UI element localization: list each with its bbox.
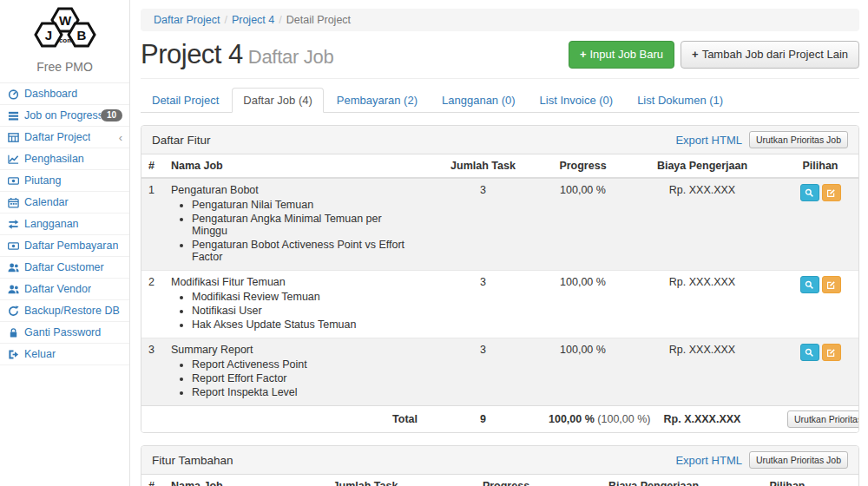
calendar-icon [6,196,20,208]
table-header-row: # Nama Job Jumlah Task Progress Biaya Pe… [141,154,859,178]
svg-text:B: B [76,28,86,43]
total-tasks: 9 [424,406,542,433]
subtask-item: Pengaturan Bobot Activeness Point vs Eff… [192,239,418,263]
tab-list-dokumen[interactable]: List Dokumen (1) [626,88,734,113]
tab-detail-project[interactable]: Detail Project [141,88,230,113]
col-number: # [141,475,164,486]
sidebar-item-dashboard[interactable]: Dashboard [0,83,129,105]
money-icon [6,174,20,187]
jumlah-task-cell: 3 [424,338,542,406]
plus-icon: + [580,48,587,61]
edit-job-button[interactable] [822,184,841,201]
subtask-item: Pengaturan Nilai Temuan [192,199,418,211]
breadcrumb-link-project-4[interactable]: Project 4 [232,14,274,26]
sidebar-item-backup-restore-db[interactable]: Backup/Restore DB [0,300,129,322]
input-job-baru-button[interactable]: +Input Job Baru [569,41,674,69]
table-icon [6,131,20,143]
breadcrumb-link-daftar-project[interactable]: Daftar Project [154,14,220,26]
page-title-block: Project 4Daftar Job [141,39,333,70]
subtask-item: Report Activeness Point [192,358,418,371]
plus-icon: + [692,48,699,61]
total-label: Total [164,406,424,433]
panel-daftar-fitur: Daftar Fitur Export HTML Urutkan Priorit… [141,125,859,433]
refresh-icon [6,305,20,317]
jumlah-task-cell: 3 [424,178,542,271]
table-total-row: Total 9 100,00 % (100,00 %) Rp. X.XXX.XX… [141,406,859,433]
jwb-logo: W J B .com [0,0,129,55]
export-html-link[interactable]: Export HTML [675,134,742,147]
tab-list-invoice[interactable]: List Invoice (0) [529,88,625,113]
page-header: Project 4Daftar Job +Input Job Baru +Tam… [141,39,859,79]
sidebar-item-daftar-pembayaran[interactable]: Daftar Pembayaran [0,235,129,257]
subtask-list: Pengaturan Nilai Temuan Pengaturan Angka… [192,199,418,263]
job-name: Summary Report [171,344,253,356]
biaya-cell: Rp. XXX.XXX [624,338,780,406]
sidebar-item-ganti-password[interactable]: Ganti Password [0,322,129,344]
urutkan-prioritas-job-button[interactable]: Urutkan Prioritas Job [749,451,848,469]
col-jumlah-task: Jumlah Task [424,154,542,178]
col-progress: Progress [542,154,624,178]
view-job-button[interactable] [800,344,819,361]
sidebar-item-daftar-project[interactable]: Daftar Project ‹ [0,127,129,148]
table-row: 3 Summary Report Report Activeness Point… [141,338,859,406]
sidebar-nav: Dashboard Job on Progress 10 Daftar Proj… [0,82,129,365]
edit-job-button[interactable] [822,276,841,293]
view-job-button[interactable] [800,184,819,201]
tab-pembayaran[interactable]: Pembayaran (2) [326,88,429,113]
tab-daftar-job[interactable]: Daftar Job (4) [232,88,323,113]
subtask-list: Modifikasi Review Temuan Notifikasi User… [192,291,418,331]
sign-out-icon [6,348,20,360]
panel-heading: Daftar Fitur Export HTML Urutkan Priorit… [141,126,858,154]
fitur-tambahan-table: # Nama Job Jumlah Task Progress Biaya Pe… [141,475,859,486]
sidebar-item-langganan[interactable]: Langganan [0,213,129,235]
sidebar-item-piutang[interactable]: Piutang [0,170,129,192]
sidebar-item-calendar[interactable]: Calendar [0,192,129,213]
sidebar: W J B .com Free PMO Dashboard Job on Pro… [0,0,130,486]
breadcrumb-current: Detail Project [286,14,351,26]
col-number: # [141,154,164,178]
table-header-row: # Nama Job Jumlah Task Progress Biaya Pe… [141,475,859,486]
empty-cell [141,406,164,433]
edit-icon [826,280,836,290]
sidebar-item-label: Daftar Project [24,131,90,143]
pilihan-cell [780,338,859,406]
pilihan-cell [780,178,859,271]
col-nama-job: Nama Job [164,154,424,178]
urutkan-prioritas-job-button[interactable]: Urutkan Prioritas Job [749,131,848,148]
job-name-cell: Pengaturan Bobot Pengaturan Nilai Temuan… [164,178,424,271]
tab-langganan[interactable]: Langganan (0) [431,88,527,113]
sidebar-item-label: Langganan [24,218,79,230]
subtask-item: Modifikasi Review Temuan [192,291,418,303]
tambah-job-dari-project-lain-button[interactable]: +Tambah Job dari Project Lain [681,41,859,69]
svg-text:J: J [44,28,51,43]
sidebar-item-label: Job on Progress [24,109,101,122]
jwb-logo-image: W J B .com [23,6,107,51]
edit-job-button[interactable] [822,344,841,361]
panel-title: Fitur Tambahan [152,454,233,467]
col-progress: Progress [419,475,593,486]
sidebar-item-job-on-progress[interactable]: Job on Progress 10 [0,105,129,127]
tasks-icon [6,109,20,122]
subtask-item: Notifikasi User [192,305,418,317]
sidebar-item-label: Daftar Vendor [24,283,91,295]
sidebar-item-keluar[interactable]: Keluar [0,344,129,365]
exchange-icon [6,218,20,230]
subtask-list: Report Activeness Point Report Effort Fa… [192,358,418,398]
sidebar-item-label: Calendar [24,196,69,208]
col-nama-job: Nama Job [164,475,312,486]
money-icon [6,240,20,252]
line-chart-icon [6,153,20,165]
sidebar-item-penghasilan[interactable]: Penghasilan [0,148,129,170]
svg-text:.com: .com [56,36,73,44]
users-icon [6,283,20,295]
view-job-button[interactable] [800,276,819,293]
sidebar-item-daftar-customer[interactable]: Daftar Customer [0,257,129,279]
panel-title: Daftar Fitur [152,134,211,147]
urutkan-prioritas-job-button[interactable]: Urutkan Prioritas Job [787,410,859,428]
subtask-item: Hak Akses Update Status Temuan [192,319,418,331]
job-name: Pengaturan Bobot [171,184,259,196]
sidebar-item-daftar-vendor[interactable]: Daftar Vendor [0,279,129,300]
col-pilihan: Pilihan [780,154,859,178]
export-html-link[interactable]: Export HTML [675,454,742,467]
subtask-item: Pengaturan Angka Minimal Temuan per Ming… [192,213,418,237]
